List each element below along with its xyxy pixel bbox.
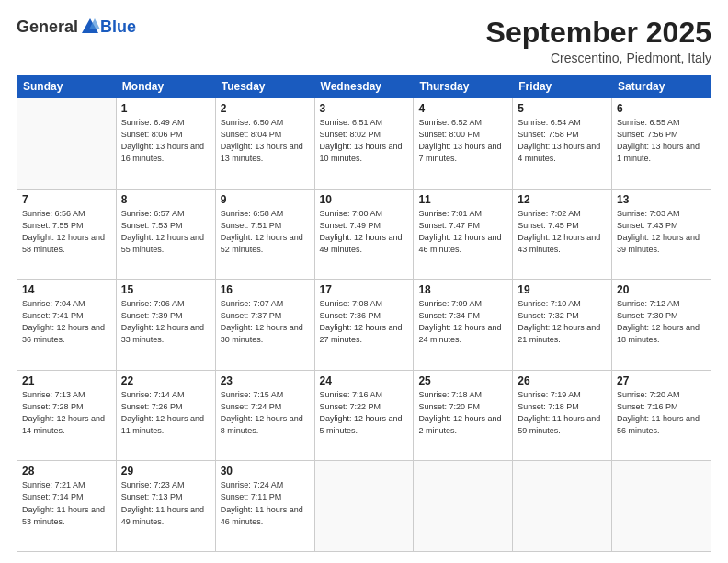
calendar-cell	[612, 461, 711, 552]
calendar-week-4: 28Sunrise: 7:21 AM Sunset: 7:14 PM Dayli…	[17, 461, 711, 552]
calendar-cell: 3Sunrise: 6:51 AM Sunset: 8:02 PM Daylig…	[314, 98, 414, 190]
day-number: 20	[617, 283, 706, 296]
header-thursday: Thursday	[414, 75, 513, 98]
day-info: Sunrise: 7:23 AM Sunset: 7:13 PM Dayligh…	[121, 479, 210, 527]
calendar-week-1: 7Sunrise: 6:56 AM Sunset: 7:55 PM Daylig…	[17, 189, 711, 280]
calendar-cell: 19Sunrise: 7:10 AM Sunset: 7:32 PM Dayli…	[513, 280, 612, 371]
header: General Blue September 2025 Crescentino,…	[17, 17, 711, 65]
calendar-cell: 13Sunrise: 7:03 AM Sunset: 7:43 PM Dayli…	[612, 189, 711, 280]
day-number: 25	[418, 374, 507, 387]
day-info: Sunrise: 6:50 AM Sunset: 8:04 PM Dayligh…	[221, 117, 310, 165]
day-number: 17	[320, 283, 409, 296]
calendar-cell	[414, 461, 513, 552]
day-info: Sunrise: 7:01 AM Sunset: 7:47 PM Dayligh…	[418, 208, 507, 256]
calendar-cell: 7Sunrise: 6:56 AM Sunset: 7:55 PM Daylig…	[17, 189, 117, 280]
day-info: Sunrise: 7:13 AM Sunset: 7:28 PM Dayligh…	[22, 389, 111, 437]
day-number: 13	[617, 193, 706, 206]
day-number: 23	[221, 374, 310, 387]
day-number: 14	[22, 283, 111, 296]
header-sunday: Sunday	[17, 75, 117, 98]
day-info: Sunrise: 7:24 AM Sunset: 7:11 PM Dayligh…	[221, 479, 310, 527]
header-friday: Friday	[513, 75, 612, 98]
day-info: Sunrise: 7:20 AM Sunset: 7:16 PM Dayligh…	[617, 389, 706, 437]
day-number: 8	[121, 193, 210, 206]
day-number: 22	[121, 374, 210, 387]
calendar-table: Sunday Monday Tuesday Wednesday Thursday…	[17, 75, 711, 552]
day-info: Sunrise: 7:19 AM Sunset: 7:18 PM Dayligh…	[518, 389, 607, 437]
header-monday: Monday	[116, 75, 215, 98]
page: General Blue September 2025 Crescentino,…	[0, 0, 728, 563]
day-info: Sunrise: 7:02 AM Sunset: 7:45 PM Dayligh…	[518, 208, 607, 256]
calendar-cell: 14Sunrise: 7:04 AM Sunset: 7:41 PM Dayli…	[17, 280, 117, 371]
day-info: Sunrise: 7:15 AM Sunset: 7:24 PM Dayligh…	[221, 389, 310, 437]
calendar-cell: 4Sunrise: 6:52 AM Sunset: 8:00 PM Daylig…	[414, 98, 513, 190]
day-info: Sunrise: 7:21 AM Sunset: 7:14 PM Dayligh…	[22, 479, 111, 527]
day-number: 9	[221, 193, 310, 206]
calendar-cell: 10Sunrise: 7:00 AM Sunset: 7:49 PM Dayli…	[314, 189, 414, 280]
day-number: 18	[418, 283, 507, 296]
day-number: 4	[418, 102, 507, 115]
day-info: Sunrise: 7:09 AM Sunset: 7:34 PM Dayligh…	[418, 298, 507, 346]
day-info: Sunrise: 7:14 AM Sunset: 7:26 PM Dayligh…	[121, 389, 210, 437]
day-info: Sunrise: 7:07 AM Sunset: 7:37 PM Dayligh…	[221, 298, 310, 346]
calendar-cell: 24Sunrise: 7:16 AM Sunset: 7:22 PM Dayli…	[314, 370, 414, 461]
day-number: 3	[320, 102, 409, 115]
calendar-cell: 18Sunrise: 7:09 AM Sunset: 7:34 PM Dayli…	[414, 280, 513, 371]
header-tuesday: Tuesday	[215, 75, 314, 98]
calendar-cell: 1Sunrise: 6:49 AM Sunset: 8:06 PM Daylig…	[116, 98, 215, 190]
day-number: 7	[22, 193, 111, 206]
month-title: September 2025	[486, 17, 711, 49]
day-number: 12	[518, 193, 607, 206]
calendar-cell: 26Sunrise: 7:19 AM Sunset: 7:18 PM Dayli…	[513, 370, 612, 461]
calendar-cell: 9Sunrise: 6:58 AM Sunset: 7:51 PM Daylig…	[215, 189, 314, 280]
calendar-cell: 16Sunrise: 7:07 AM Sunset: 7:37 PM Dayli…	[215, 280, 314, 371]
day-number: 30	[221, 465, 310, 477]
calendar-cell: 27Sunrise: 7:20 AM Sunset: 7:16 PM Dayli…	[612, 370, 711, 461]
calendar-header-row: Sunday Monday Tuesday Wednesday Thursday…	[17, 75, 711, 98]
logo-general: General	[17, 17, 78, 37]
day-number: 29	[121, 465, 210, 477]
day-number: 24	[320, 374, 409, 387]
calendar-cell: 11Sunrise: 7:01 AM Sunset: 7:47 PM Dayli…	[414, 189, 513, 280]
calendar-cell: 29Sunrise: 7:23 AM Sunset: 7:13 PM Dayli…	[116, 461, 215, 552]
day-number: 1	[121, 102, 210, 115]
day-number: 27	[617, 374, 706, 387]
logo: General Blue	[17, 17, 136, 37]
day-info: Sunrise: 7:18 AM Sunset: 7:20 PM Dayligh…	[418, 389, 507, 437]
header-saturday: Saturday	[612, 75, 711, 98]
calendar-cell: 28Sunrise: 7:21 AM Sunset: 7:14 PM Dayli…	[17, 461, 117, 552]
logo-icon	[80, 17, 100, 37]
calendar-cell: 23Sunrise: 7:15 AM Sunset: 7:24 PM Dayli…	[215, 370, 314, 461]
day-number: 5	[518, 102, 607, 115]
calendar-cell: 5Sunrise: 6:54 AM Sunset: 7:58 PM Daylig…	[513, 98, 612, 190]
day-number: 15	[121, 283, 210, 296]
calendar-cell: 20Sunrise: 7:12 AM Sunset: 7:30 PM Dayli…	[612, 280, 711, 371]
day-number: 11	[418, 193, 507, 206]
day-info: Sunrise: 7:10 AM Sunset: 7:32 PM Dayligh…	[518, 298, 607, 346]
calendar-cell: 15Sunrise: 7:06 AM Sunset: 7:39 PM Dayli…	[116, 280, 215, 371]
calendar-cell: 21Sunrise: 7:13 AM Sunset: 7:28 PM Dayli…	[17, 370, 117, 461]
calendar-cell	[513, 461, 612, 552]
day-info: Sunrise: 7:04 AM Sunset: 7:41 PM Dayligh…	[22, 298, 111, 346]
day-number: 26	[518, 374, 607, 387]
calendar-cell	[17, 98, 117, 190]
calendar-cell: 30Sunrise: 7:24 AM Sunset: 7:11 PM Dayli…	[215, 461, 314, 552]
day-info: Sunrise: 7:03 AM Sunset: 7:43 PM Dayligh…	[617, 208, 706, 256]
location: Crescentino, Piedmont, Italy	[486, 51, 711, 65]
calendar-week-3: 21Sunrise: 7:13 AM Sunset: 7:28 PM Dayli…	[17, 370, 711, 461]
day-info: Sunrise: 7:08 AM Sunset: 7:36 PM Dayligh…	[320, 298, 409, 346]
calendar-cell: 2Sunrise: 6:50 AM Sunset: 8:04 PM Daylig…	[215, 98, 314, 190]
day-number: 19	[518, 283, 607, 296]
day-info: Sunrise: 6:52 AM Sunset: 8:00 PM Dayligh…	[418, 117, 507, 165]
day-info: Sunrise: 6:51 AM Sunset: 8:02 PM Dayligh…	[320, 117, 409, 165]
day-info: Sunrise: 6:54 AM Sunset: 7:58 PM Dayligh…	[518, 117, 607, 165]
calendar-week-0: 1Sunrise: 6:49 AM Sunset: 8:06 PM Daylig…	[17, 98, 711, 190]
day-number: 21	[22, 374, 111, 387]
day-number: 2	[221, 102, 310, 115]
calendar-cell: 12Sunrise: 7:02 AM Sunset: 7:45 PM Dayli…	[513, 189, 612, 280]
day-info: Sunrise: 6:55 AM Sunset: 7:56 PM Dayligh…	[617, 117, 706, 165]
day-number: 6	[617, 102, 706, 115]
calendar-cell: 6Sunrise: 6:55 AM Sunset: 7:56 PM Daylig…	[612, 98, 711, 190]
header-wednesday: Wednesday	[314, 75, 414, 98]
calendar-cell: 22Sunrise: 7:14 AM Sunset: 7:26 PM Dayli…	[116, 370, 215, 461]
